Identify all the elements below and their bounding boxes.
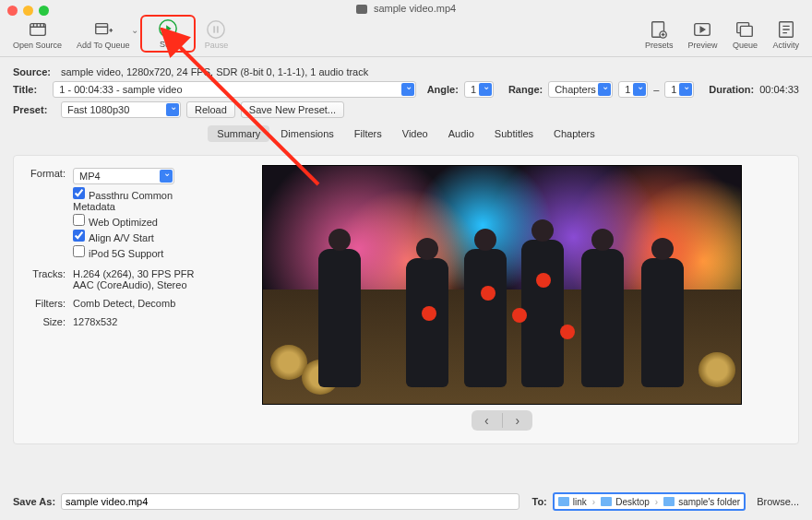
path-seg-3: sample's folder [678,497,740,507]
chevron-right-icon: › [655,497,658,507]
range-mode-select[interactable]: Chapters [548,81,613,98]
film-icon [28,19,48,40]
check-ipod-box[interactable] [73,245,85,257]
presets-label: Presets [645,41,674,50]
save-new-preset-button[interactable]: Save New Preset... [241,101,344,118]
video-preview [262,165,742,405]
window-title: sample video.mp4 [0,0,812,17]
pause-button: Pause [203,19,229,50]
close-window-icon[interactable] [7,6,18,16]
check-metadata[interactable]: Passthru Common Metadata [73,187,198,212]
queue-icon [734,19,755,40]
filters-value: Comb Detect, Decomb [73,298,175,309]
format-label: Format: [23,168,66,184]
tab-subtitles[interactable]: Subtitles [485,125,543,142]
svg-rect-10 [741,26,753,36]
folder-icon [558,497,569,506]
minimize-window-icon[interactable] [23,6,33,16]
pause-icon [206,19,226,40]
save-row: Save As: To: link › Desktop › sample's f… [0,492,812,511]
queue-label: Queue [733,41,758,50]
tab-video[interactable]: Video [393,125,437,142]
saveas-input[interactable] [61,493,519,510]
start-button[interactable]: Start [155,18,181,49]
window-traffic-lights[interactable] [7,6,49,16]
open-source-label: Open Source [13,41,62,50]
tab-audio[interactable]: Audio [439,125,484,142]
tab-summary[interactable]: Summary [208,125,269,142]
check-metadata-box[interactable] [73,187,85,199]
tracks-line2: AAC (CoreAudio), Stereo [73,279,194,290]
preset-label: Preset: [13,104,55,115]
format-select[interactable]: MP4 [73,168,174,184]
range-label: Range: [508,84,543,95]
video-file-icon [356,5,367,14]
saveas-label: Save As: [13,496,55,507]
duration-value: 00:04:33 [759,84,799,95]
svg-point-3 [208,21,224,38]
window-title-text: sample video.mp4 [374,3,456,14]
activity-icon [776,19,796,40]
destination-path[interactable]: link › Desktop › sample's folder [553,492,746,511]
filters-label: Filters: [23,298,66,309]
chevron-right-icon: › [592,497,595,507]
path-seg-1: link [573,497,587,507]
preview-button[interactable]: Preview [687,19,717,50]
size-value: 1278x532 [73,316,117,327]
pause-label: Pause [205,41,229,50]
preview-next-button[interactable]: › [503,410,533,431]
preview-nav: ‹ › [472,410,532,431]
presets-button[interactable]: Presets [645,19,674,50]
size-label: Size: [23,316,66,327]
folder-icon [663,497,675,506]
range-from-select[interactable]: 1 [618,81,648,98]
preview-prev-button[interactable]: ‹ [472,410,502,431]
tracks-label: Tracks: [23,268,66,290]
title-select[interactable]: 1 - 00:04:33 - sample video [53,81,415,98]
svg-rect-5 [217,26,219,32]
check-align[interactable]: Align A/V Start [73,230,198,243]
source-value: sample video, 1280x720, 24 FPS, SDR (8-b… [61,66,368,77]
range-dash: – [653,84,659,95]
fullscreen-window-icon[interactable] [39,6,49,16]
toolbar: Open Source Add To Queue ⌄ Start Pause P… [0,17,812,57]
add-to-queue-button[interactable]: Add To Queue [77,19,129,50]
tracks-line1: H.264 (x264), 30 FPS PFR [73,268,194,279]
add-queue-label: Add To Queue [77,41,129,50]
tab-chapters[interactable]: Chapters [544,125,604,142]
folder-icon [601,497,612,506]
preset-select[interactable]: Fast 1080p30 [61,101,181,118]
open-source-button[interactable]: Open Source [13,19,62,50]
source-label: Source: [13,66,55,77]
angle-select[interactable]: 1 [464,81,494,98]
preview-icon [692,19,712,40]
range-to-select[interactable]: 1 [664,81,694,98]
tab-bar: Summary Dimensions Filters Video Audio S… [13,125,799,142]
tab-dimensions[interactable]: Dimensions [271,125,342,142]
browse-button[interactable]: Browse... [757,496,799,507]
activity-button[interactable]: Activity [772,19,799,50]
play-icon [158,18,178,39]
presets-icon [649,19,669,40]
reload-button[interactable]: Reload [186,101,235,118]
check-web[interactable]: Web Optimized [73,214,198,228]
check-web-box[interactable] [73,214,85,226]
queue-dropdown-chevron[interactable]: ⌄ [131,25,138,35]
tab-filters[interactable]: Filters [345,125,391,142]
preview-label: Preview [687,41,717,50]
check-align-box[interactable] [73,230,85,242]
summary-panel: Format: MP4 Passthru Common Metadata Web… [13,155,799,444]
title-label: Title: [13,84,47,95]
svg-rect-1 [95,24,107,34]
activity-label: Activity [772,41,799,50]
path-seg-2: Desktop [615,497,650,507]
queue-add-icon [93,19,113,40]
to-label: To: [532,496,547,507]
svg-rect-4 [214,26,216,32]
start-button-highlight: Start [140,15,196,53]
duration-label: Duration: [709,84,754,95]
start-label: Start [160,40,177,49]
queue-button[interactable]: Queue [732,19,758,50]
angle-label: Angle: [427,84,459,95]
check-ipod[interactable]: iPod 5G Support [73,245,198,259]
